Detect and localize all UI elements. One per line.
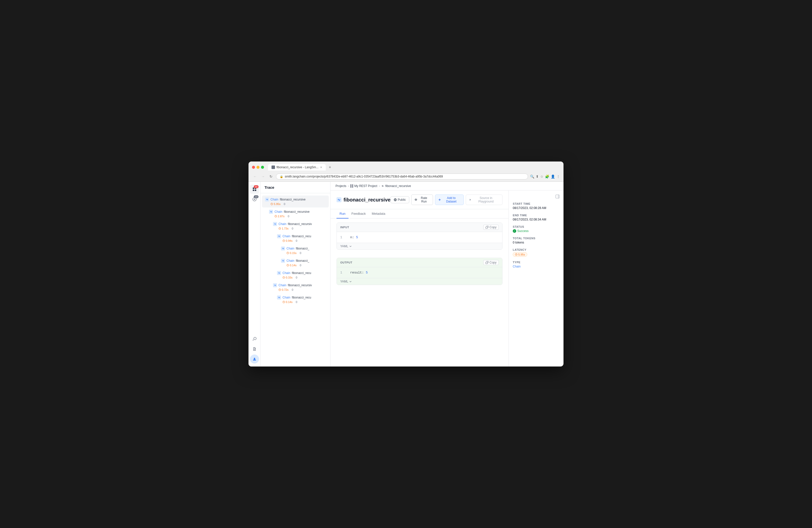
output-yaml-selector[interactable]: YAML: [337, 278, 502, 285]
trace-tokens: 0: [295, 239, 297, 242]
trace-time: 5.95s: [271, 203, 280, 205]
maximize-button[interactable]: [261, 166, 264, 169]
yaml-selector[interactable]: YAML: [337, 243, 502, 249]
add-to-dataset-button[interactable]: Add to Dataset: [435, 194, 464, 205]
chain-name: fibonacci_: [296, 247, 309, 250]
svg-rect-26: [350, 186, 351, 188]
share-icon[interactable]: ⬆: [536, 175, 539, 178]
trace-item[interactable]: Chain fibonacci_recu 0.33s 0: [262, 269, 329, 281]
output-copy-button[interactable]: Copy: [483, 260, 499, 265]
chain-icon: [281, 259, 285, 263]
back-button[interactable]: ←: [252, 174, 258, 179]
minimize-button[interactable]: [257, 166, 260, 169]
tab-favicon: [272, 165, 275, 169]
run-tabs: Run Feedback Metadata: [331, 209, 508, 219]
sidebar-item-list[interactable]: 13: [250, 195, 259, 204]
tab-feedback[interactable]: Feedback: [348, 209, 369, 219]
profile-icon[interactable]: 👤: [551, 175, 555, 178]
grid-badge: 89: [254, 185, 258, 188]
copy-icon: [485, 226, 489, 229]
rate-run-button[interactable]: Rate Run: [411, 194, 433, 205]
trace-item[interactable]: Chain fibonacci_ 0.14s 0: [262, 257, 329, 269]
chain-name: fibonacci_recursiv: [288, 222, 312, 226]
forward-button[interactable]: →: [260, 174, 266, 179]
source-playground-button[interactable]: Source in Playground: [466, 194, 503, 205]
trace-list: Chain fibonacci_recursive 5.95s: [261, 193, 330, 367]
close-button[interactable]: [252, 166, 255, 169]
trace-item[interactable]: Chain fibonacci_recu 0.14s 0: [262, 293, 329, 306]
chain-name: fibonacci_: [296, 259, 309, 263]
status-section: STATUS Success: [513, 225, 560, 233]
chain-name: fibonacci_recu: [292, 235, 311, 238]
chain-icon: [281, 247, 285, 250]
trace-time: 0.72s: [278, 288, 289, 291]
search-icon[interactable]: 🔍: [530, 175, 534, 178]
chain-icon: [277, 295, 281, 299]
breadcrumb: Projects › My REST Project ›: [331, 182, 564, 191]
type-label: TYPE: [513, 261, 560, 264]
tab-run[interactable]: Run: [336, 209, 348, 219]
breadcrumb-project[interactable]: My REST Project: [354, 184, 377, 188]
trace-item[interactable]: Chain fibonacci_recursiv 0.72s 0: [262, 281, 329, 293]
breadcrumb-sep1: ›: [348, 184, 349, 188]
nav-actions: 🔍 ⬆ ☆ 🧩 👤 ⋮: [530, 175, 560, 178]
public-button[interactable]: Public: [391, 196, 409, 203]
browser-tab[interactable]: fibonacci_recursive - LangSm... ✕: [268, 164, 326, 171]
trace-tokens: 0: [299, 264, 301, 267]
sidebar-item-avatar[interactable]: [250, 354, 259, 364]
trace-item[interactable]: Chain fibonacci_recursive 5.95s: [262, 195, 329, 207]
trace-item[interactable]: Chain fibonacci_recursive 2.87s 0: [262, 208, 329, 220]
chain-name: fibonacci_recursive: [280, 198, 305, 201]
trace-tokens: 0: [291, 288, 293, 291]
start-time-value: 08/17/2023, 02:08:28 AM: [513, 206, 560, 210]
chain-icon: [265, 197, 269, 202]
new-tab-button[interactable]: +: [329, 165, 331, 170]
trace-time: 0.33s: [282, 276, 292, 279]
tokens-label: TOTAL TOKENS: [513, 237, 560, 240]
trace-time: 2.87s: [275, 215, 285, 218]
plus-icon: [438, 198, 441, 201]
latency-section: LATENCY 5.95s: [513, 248, 560, 257]
line-number: 1: [340, 271, 344, 275]
svg-rect-3: [255, 190, 256, 191]
svg-point-5: [254, 358, 255, 359]
chain-name: fibonacci_recursiv: [288, 283, 312, 287]
trace-item[interactable]: Chain fibonacci_ 0.15s 0: [262, 245, 329, 256]
lock-icon: 🔒: [280, 175, 283, 178]
svg-rect-2: [253, 190, 254, 191]
output-content: 1 result: 5: [337, 267, 502, 278]
menu-icon[interactable]: ⋮: [556, 175, 560, 178]
bookmark-icon[interactable]: ☆: [540, 175, 543, 178]
extensions-icon[interactable]: 🧩: [545, 175, 549, 178]
run-title-text: fibonacci_recursive: [344, 197, 391, 203]
sidebar-item-key[interactable]: [250, 335, 259, 343]
trace-item[interactable]: Chain fibonacci_recu 0.94s 0: [262, 232, 329, 244]
output-yaml-label: YAML: [340, 280, 348, 283]
run-detail: fibonacci_recursive Public: [331, 191, 508, 367]
end-time-section: END TIME 08/17/2023, 02:08:34 AM: [513, 214, 560, 221]
breadcrumb-projects[interactable]: Projects: [335, 184, 346, 188]
chain-type-label: Chain: [282, 235, 290, 238]
sidebar-item-grid[interactable]: 89: [250, 185, 259, 194]
run-actions: Public Rate Run: [391, 194, 503, 205]
refresh-button[interactable]: ↻: [268, 174, 274, 179]
latency-label: LATENCY: [513, 248, 560, 251]
tokens-section: TOTAL TOKENS 0 tokens: [513, 237, 560, 244]
address-bar[interactable]: 🔒 smith.langchain.com/projects/p/6378432…: [276, 174, 528, 179]
trace-time: 0.14s: [287, 264, 296, 267]
input-section: INPUT Copy 1: [336, 222, 503, 250]
svg-rect-27: [352, 186, 353, 188]
trace-item[interactable]: Chain fibonacci_recursiv 1.73s 0: [262, 220, 329, 232]
tab-metadata[interactable]: Metadata: [369, 209, 388, 219]
sidebar-item-doc[interactable]: [250, 344, 259, 353]
globe-icon: [394, 198, 397, 201]
tab-close-button[interactable]: ✕: [320, 166, 322, 169]
panel-toggle-button[interactable]: [555, 194, 560, 199]
trace-tokens: 0: [283, 203, 285, 205]
svg-rect-29: [486, 227, 488, 229]
chain-type-label: Chain: [282, 296, 290, 299]
copy-icon: [485, 261, 489, 264]
trace-tokens: 0: [295, 300, 297, 304]
trace-tokens: 0: [287, 215, 289, 218]
input-copy-button[interactable]: Copy: [483, 225, 499, 230]
